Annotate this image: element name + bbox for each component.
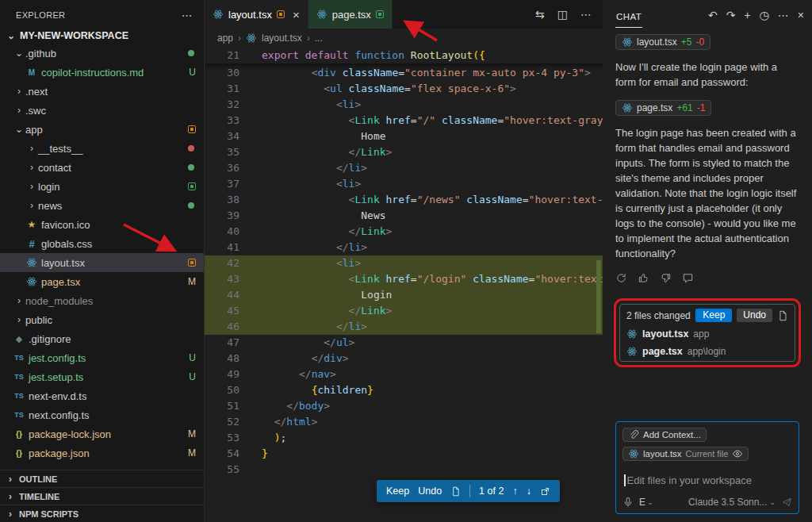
- more-actions-icon[interactable]: ⋯: [580, 8, 592, 21]
- code-line-44[interactable]: 44 Login: [205, 287, 603, 303]
- timeline-section[interactable]: › TIMELINE: [0, 487, 204, 505]
- tree-item-__tests__[interactable]: ›__tests__: [0, 139, 204, 158]
- thumbs-up-icon[interactable]: [638, 272, 649, 284]
- more-icon[interactable]: ⋯: [778, 9, 789, 21]
- chevron-right-icon: ›: [4, 474, 17, 484]
- code-line-42[interactable]: 42 <li>: [205, 255, 603, 271]
- tree-item-jest.config.ts[interactable]: TSjest.config.tsU: [0, 348, 204, 367]
- code-line-37[interactable]: 37 <li>: [205, 176, 603, 192]
- code-line-48[interactable]: 48 </div>: [205, 351, 603, 367]
- tab-page-tsx[interactable]: page.tsx: [308, 0, 393, 29]
- changed-file-row[interactable]: page.tsx app\login: [620, 344, 795, 361]
- tree-item-.github[interactable]: ⌄.github: [0, 44, 204, 63]
- feedback-icon[interactable]: [682, 272, 694, 284]
- open-in-editor-icon[interactable]: [540, 486, 550, 497]
- code-line-49[interactable]: 49 </nav>: [205, 367, 603, 382]
- close-icon[interactable]: ×: [798, 9, 804, 21]
- more-actions-icon[interactable]: ⋯: [182, 9, 193, 21]
- history-icon[interactable]: ◷: [760, 9, 769, 21]
- code-line-30[interactable]: 30 <div className="container mx-auto px-…: [205, 65, 603, 81]
- tree-item-package.json[interactable]: {}package.jsonM: [0, 443, 204, 463]
- code-line-47[interactable]: 47 </ul>: [205, 335, 603, 351]
- code-line-38[interactable]: 38 <Link href="/news" className="hover:t…: [205, 192, 603, 208]
- workspace-root[interactable]: ⌄ MY-NEW-WORKSPACE: [0, 28, 204, 44]
- code-line-31[interactable]: 31 <ul className="flex space-x-6">: [205, 81, 603, 97]
- code-line-55[interactable]: 55: [205, 462, 603, 478]
- chat-input[interactable]: Add Context... layout.tsx Current file E…: [615, 421, 799, 514]
- code-line-50[interactable]: 50 {children}: [205, 382, 603, 398]
- tree-item-app[interactable]: ⌄app: [0, 120, 204, 139]
- next-change-icon[interactable]: ↓: [527, 486, 531, 497]
- code-line-52[interactable]: 52 </html>: [205, 414, 603, 430]
- code-line-51[interactable]: 51 </body>: [205, 398, 603, 414]
- code-line-53[interactable]: 53 );: [205, 430, 603, 446]
- file-change-chip-page[interactable]: page.tsx +61 -1: [615, 100, 711, 116]
- mode-picker[interactable]: E ⌄: [639, 497, 653, 508]
- undo-icon[interactable]: ↶: [708, 9, 718, 21]
- code-line-43[interactable]: 43 <Link href="/login" className="hover:…: [205, 271, 603, 287]
- redo-icon[interactable]: ↷: [726, 9, 736, 21]
- open-diff-icon[interactable]: [450, 486, 461, 497]
- code-line-40[interactable]: 40 </Link>: [205, 224, 603, 240]
- tree-item-favicon.ico[interactable]: ★favicon.ico: [0, 215, 204, 234]
- code-editor[interactable]: 21export default function RootLayout({ 3…: [205, 48, 603, 522]
- new-chat-icon[interactable]: +: [744, 9, 750, 21]
- view-changes-icon[interactable]: [777, 310, 788, 321]
- tree-item-layout.tsx[interactable]: layout.tsx: [0, 253, 204, 272]
- code-line-45[interactable]: 45 </Link>: [205, 303, 603, 319]
- outline-section[interactable]: › OUTLINE: [0, 470, 204, 487]
- code-line-39[interactable]: 39 News: [205, 208, 603, 224]
- toggle-layout-icon[interactable]: ⇆: [535, 8, 545, 21]
- keep-button[interactable]: Keep: [386, 486, 409, 497]
- line-number: 34: [205, 129, 239, 144]
- chat-input-field[interactable]: Edit files in your workspace: [624, 474, 792, 486]
- send-icon[interactable]: [781, 497, 792, 508]
- undo-all-button[interactable]: Undo: [737, 309, 772, 322]
- code-line-36[interactable]: 36 </li>: [205, 160, 603, 176]
- previous-change-icon[interactable]: ↑: [512, 486, 517, 497]
- split-editor-icon[interactable]: ◫: [557, 8, 568, 21]
- changed-file-row[interactable]: layout.tsx app: [620, 326, 795, 344]
- regenerate-icon[interactable]: [615, 272, 627, 284]
- add-context-button[interactable]: Add Context...: [622, 428, 707, 442]
- npm-scripts-section[interactable]: › NPM SCRIPTS: [0, 505, 204, 522]
- line-number: 36: [205, 160, 239, 176]
- line-number: 31: [205, 81, 239, 97]
- model-picker[interactable]: Claude 3.5 Sonn... ⌄: [688, 497, 776, 508]
- tree-item-next.config.ts[interactable]: TSnext.config.ts: [0, 405, 204, 424]
- tree-item-jest.setup.ts[interactable]: TSjest.setup.tsU: [0, 367, 204, 386]
- undo-button[interactable]: Undo: [418, 486, 442, 497]
- tree-item-page.tsx[interactable]: page.tsxM: [0, 272, 204, 291]
- close-icon[interactable]: ×: [293, 8, 300, 21]
- tree-item-.swc[interactable]: ›.swc: [0, 101, 204, 120]
- tree-item-public[interactable]: ›public: [0, 310, 204, 329]
- eye-icon[interactable]: [732, 448, 743, 459]
- attached-file-chip[interactable]: layout.tsx Current file: [622, 447, 749, 461]
- tree-item-package-lock.json[interactable]: {}package-lock.jsonM: [0, 424, 204, 443]
- code-line-54[interactable]: 54}: [205, 446, 603, 462]
- tree-item-contact[interactable]: ›contact: [0, 158, 204, 177]
- tree-item-next-env.d.ts[interactable]: TSnext-env.d.ts: [0, 386, 204, 405]
- keep-all-button[interactable]: Keep: [695, 309, 732, 322]
- code-line-35[interactable]: 35 </Link>: [205, 144, 603, 160]
- tab-layout-tsx[interactable]: layout.tsx ×: [205, 0, 308, 29]
- tree-item-news[interactable]: ›news: [0, 196, 204, 215]
- chat-tab[interactable]: CHAT: [615, 6, 642, 28]
- code-line-21[interactable]: 21export default function RootLayout({: [205, 48, 603, 63]
- thumbs-down-icon[interactable]: [660, 272, 672, 284]
- tree-item-.next[interactable]: ›.next: [0, 82, 204, 101]
- code-line-32[interactable]: 32 <li>: [205, 97, 603, 113]
- git-status-badge: U: [189, 67, 196, 78]
- code-line-46[interactable]: 46 </li>: [205, 319, 603, 335]
- mic-icon[interactable]: [622, 497, 634, 508]
- tree-item-copilot-instructions.md[interactable]: Mcopilot-instructions.mdU: [0, 63, 204, 82]
- code-line-33[interactable]: 33 <Link href="/" className="hover:text-…: [205, 113, 603, 129]
- tree-item-globals.css[interactable]: #globals.css: [0, 234, 204, 253]
- breadcrumb[interactable]: app › layout.tsx › ...: [205, 29, 603, 48]
- code-line-41[interactable]: 41 </li>: [205, 240, 603, 255]
- code-line-34[interactable]: 34 Home: [205, 129, 603, 144]
- tree-item-login[interactable]: ›login: [0, 177, 204, 196]
- tree-item-node_modules[interactable]: ›node_modules: [0, 291, 204, 310]
- tree-item-.gitignore[interactable]: ◆.gitignore: [0, 329, 204, 348]
- file-change-chip-layout[interactable]: layout.tsx +5 -0: [615, 34, 710, 50]
